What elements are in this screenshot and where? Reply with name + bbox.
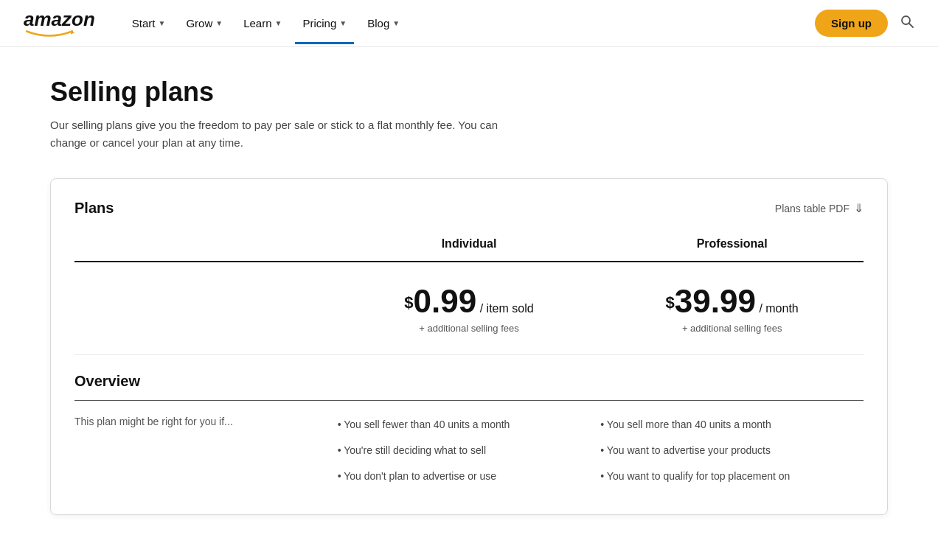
chevron-down-icon: ▼ bbox=[215, 19, 223, 27]
professional-point-2: • You want to advertise your products bbox=[600, 441, 864, 460]
chevron-down-icon: ▼ bbox=[159, 19, 166, 27]
individual-price-display: $0.99 / item sold bbox=[338, 283, 601, 320]
page-content: Selling plans Our selling plans give you… bbox=[27, 47, 911, 545]
chevron-down-icon: ▼ bbox=[339, 19, 347, 27]
main-nav: amazon Start ▼ Grow ▼ Learn ▼ Pricing ▼ … bbox=[0, 0, 938, 47]
plans-columns-header: Individual Professional bbox=[74, 237, 864, 261]
nav-grow[interactable]: Grow ▼ bbox=[178, 2, 230, 44]
professional-price-display: $39.99 / month bbox=[600, 283, 864, 320]
svg-line-2 bbox=[909, 24, 913, 27]
individual-point-1: • You sell fewer than 40 units a month bbox=[338, 416, 601, 434]
individual-price-note: + additional selling fees bbox=[338, 323, 601, 334]
pricing-row: $0.99 / item sold + additional selling f… bbox=[74, 262, 864, 355]
individual-point-2: • You're still deciding what to sell bbox=[338, 441, 601, 460]
chevron-down-icon: ▼ bbox=[275, 19, 282, 27]
nav-right: Sign up bbox=[815, 10, 914, 37]
professional-pricing-cell: $39.99 / month + additional selling fees bbox=[600, 283, 864, 334]
plans-card: Plans Plans table PDF ⇓ Individual Profe… bbox=[50, 178, 888, 515]
chevron-down-icon: ▼ bbox=[392, 19, 400, 27]
search-icon bbox=[900, 14, 914, 29]
download-icon: ⇓ bbox=[854, 201, 864, 215]
nav-learn[interactable]: Learn ▼ bbox=[236, 2, 289, 44]
professional-point-1: • You sell more than 40 units a month bbox=[600, 416, 864, 434]
professional-overview-list: • You sell more than 40 units a month • … bbox=[600, 416, 864, 494]
svg-point-1 bbox=[902, 16, 910, 24]
pricing-col-empty bbox=[74, 283, 338, 334]
logo-text: amazon bbox=[24, 10, 95, 29]
search-icon-button[interactable] bbox=[900, 14, 914, 32]
page-title: Selling plans bbox=[50, 77, 888, 108]
professional-price-suffix: / month bbox=[756, 302, 799, 315]
overview-label: This plan might be right for you if... bbox=[74, 416, 338, 494]
plans-card-header: Plans Plans table PDF ⇓ bbox=[74, 200, 864, 217]
col-empty bbox=[74, 237, 338, 261]
logo-smile bbox=[24, 29, 75, 38]
individual-col-header: Individual bbox=[338, 237, 601, 261]
individual-dollar-sign: $ bbox=[404, 293, 413, 312]
overview-row: This plan might be right for you if... •… bbox=[74, 401, 864, 494]
nav-pricing[interactable]: Pricing ▼ bbox=[295, 2, 354, 44]
individual-pricing-cell: $0.99 / item sold + additional selling f… bbox=[338, 283, 601, 334]
professional-price-note: + additional selling fees bbox=[600, 323, 864, 334]
individual-price-amount: 0.99 bbox=[414, 283, 477, 319]
individual-price-suffix: / item sold bbox=[476, 302, 533, 315]
professional-price-amount: 39.99 bbox=[675, 283, 756, 319]
nav-links: Start ▼ Grow ▼ Learn ▼ Pricing ▼ Blog ▼ bbox=[125, 2, 815, 44]
nav-blog[interactable]: Blog ▼ bbox=[360, 2, 407, 44]
individual-overview-list: • You sell fewer than 40 units a month •… bbox=[338, 416, 601, 494]
plans-pdf-label: Plans table PDF bbox=[775, 203, 850, 214]
professional-point-3: • You want to qualify for top placement … bbox=[600, 467, 864, 486]
nav-start[interactable]: Start ▼ bbox=[125, 2, 173, 44]
plans-table: Individual Professional $0.99 / item sol… bbox=[74, 237, 864, 494]
page-description: Our selling plans give you the freedom t… bbox=[50, 116, 537, 152]
overview-heading: Overview bbox=[74, 355, 864, 400]
professional-col-header: Professional bbox=[600, 237, 864, 261]
individual-point-3: • You don't plan to advertise or use bbox=[338, 467, 601, 486]
amazon-logo[interactable]: amazon bbox=[24, 10, 95, 38]
professional-dollar-sign: $ bbox=[666, 293, 675, 312]
signup-button[interactable]: Sign up bbox=[815, 10, 888, 37]
plans-pdf-link[interactable]: Plans table PDF ⇓ bbox=[775, 201, 864, 215]
plans-heading: Plans bbox=[74, 200, 114, 217]
